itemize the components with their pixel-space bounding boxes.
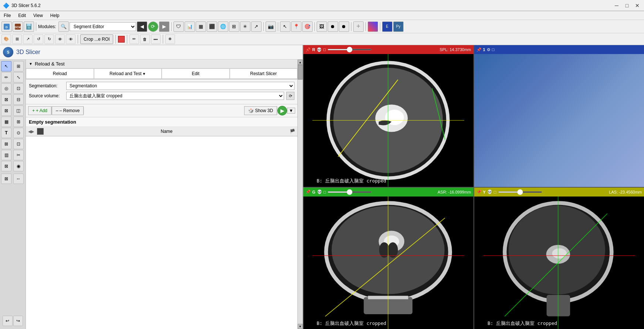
add-segment-button[interactable]: + + Add [28, 106, 51, 115]
tb-ext[interactable]: E [382, 21, 392, 32]
tb2-eye2[interactable]: 👁 [66, 34, 75, 44]
vp-g-pin[interactable]: 📌 [306, 189, 311, 194]
tool-grid5[interactable]: ▦ [1, 117, 11, 127]
tb-target[interactable]: 🎯 [302, 21, 313, 32]
scroll-track[interactable] [298, 65, 303, 324]
tool-grid8[interactable]: ⊡ [13, 139, 24, 149]
tb-cursor[interactable]: ↖ [280, 21, 290, 32]
tb2-freeze[interactable]: ❄ [165, 34, 175, 44]
tool-draw[interactable]: ✏ [1, 72, 11, 83]
vp-g-slider[interactable] [327, 191, 372, 193]
reload-and-test-button[interactable]: Reload and Test ▼ [94, 68, 162, 79]
tb-camera[interactable]: 📷 [266, 21, 276, 32]
tb2-grid[interactable]: ⊞ [12, 34, 22, 44]
tb-arrow[interactable]: ↗ [251, 21, 262, 32]
tb2-share[interactable]: ↗ [23, 34, 33, 44]
viewport-g-scan[interactable]: B: 丘脑出血破入脑室 cropped [303, 197, 473, 329]
edit-button[interactable]: Edit [162, 68, 230, 79]
save-button[interactable]: S [24, 21, 34, 32]
dcm-button[interactable]: DCM [13, 21, 23, 32]
nav-home-button[interactable]: ⟳ [148, 21, 158, 32]
tool-grid9[interactable]: ▥ [1, 150, 11, 160]
menu-file[interactable]: File [2, 12, 12, 19]
tb-cube[interactable]: ⬛ [207, 21, 217, 32]
tb-shield[interactable]: 🛡 [173, 21, 184, 32]
tool-circle2[interactable]: ◉ [13, 161, 24, 171]
tb-rec2[interactable]: ⏺ [339, 21, 349, 32]
vp-r-slider[interactable] [327, 49, 372, 50]
vp-y-window[interactable]: □ [494, 190, 496, 194]
tb-plus[interactable]: + [353, 21, 364, 32]
close-button[interactable]: ✕ [634, 2, 641, 9]
search-module-button[interactable]: 🔍 [58, 21, 69, 32]
menu-view[interactable]: View [32, 12, 44, 19]
tb2-colors[interactable]: 🎨 [1, 34, 11, 44]
tb-chart[interactable]: 📊 [185, 21, 195, 32]
menu-help[interactable]: Help [49, 12, 61, 19]
vp-1-window[interactable]: □ [492, 47, 495, 52]
reload-test-header[interactable]: ▼ Reload & Test [26, 60, 297, 68]
show3d-button[interactable]: 🎲 Show 3D [244, 106, 277, 115]
vp-r-window[interactable]: □ [323, 47, 326, 52]
navigate-button[interactable]: ▶ [277, 106, 287, 115]
menu-edit[interactable]: Edit [17, 12, 27, 19]
tool-minus[interactable]: ⊟ [13, 94, 24, 105]
panel-scrollbar[interactable]: ▲ ▼ [297, 60, 303, 329]
reload-button[interactable]: Reload [26, 68, 94, 79]
segmentation-select[interactable]: Segmentation [66, 82, 294, 90]
nav-forward-button[interactable]: ▶ [159, 21, 169, 32]
tb-star[interactable]: ✳ [240, 21, 250, 32]
scroll-up[interactable]: ▲ [298, 60, 303, 65]
tool-scissors[interactable]: ✂ [13, 150, 24, 160]
tb-rec1[interactable]: ⏺ [328, 21, 338, 32]
restart-slicer-button[interactable]: Restart Slicer [230, 68, 298, 79]
redo-button[interactable]: ↪ [13, 316, 23, 326]
viewport-1-content[interactable] [474, 54, 644, 187]
tool-swap[interactable]: ↔ [13, 174, 24, 184]
tb2-more[interactable]: ••• [151, 34, 161, 44]
crop-roi-button[interactable]: Crop ...e ROI [80, 34, 113, 44]
tb-py[interactable]: Py [393, 21, 404, 32]
tool-select[interactable]: ↖ [1, 61, 11, 71]
tb-color[interactable] [368, 21, 378, 32]
tb-sphere[interactable]: 🌐 [218, 21, 228, 32]
undo-button[interactable]: ↩ [3, 316, 13, 326]
vp-1-pin[interactable]: 📌 [476, 47, 482, 52]
nav-back-button[interactable]: ◀ [137, 21, 147, 32]
tb-mesh[interactable]: ⊞ [229, 21, 239, 32]
minimize-button[interactable]: ─ [613, 2, 620, 9]
tb-pin[interactable]: 📍 [291, 21, 301, 32]
tb2-paint[interactable]: ✏ [129, 34, 139, 44]
show3d-dropdown[interactable]: ▼ [287, 108, 295, 114]
tool-grid11[interactable]: ⊠ [1, 174, 11, 184]
source-volume-select[interactable]: 丘脑出血破入脑室 cropped [66, 92, 284, 100]
data-button[interactable]: D [1, 21, 12, 32]
source-volume-refresh[interactable]: ⟳ [286, 92, 294, 100]
vp-y-pin[interactable]: 📌 [476, 189, 482, 194]
tool-zoom[interactable]: ⤡ [13, 72, 24, 83]
scroll-thumb[interactable] [298, 65, 303, 80]
tb-screenshot[interactable]: 🖼 [317, 21, 327, 32]
tb2-redo2[interactable]: ↻ [44, 34, 54, 44]
tool-split[interactable]: ◫ [13, 105, 24, 116]
tool-grid10[interactable]: ⊠ [1, 161, 11, 171]
remove-segment-button[interactable]: – – Remove [52, 106, 84, 115]
viewport-r-scan[interactable]: B: 丘脑出血破入脑室 cropped [303, 54, 473, 187]
tb2-undo2[interactable]: ↺ [34, 34, 43, 44]
scroll-down[interactable]: ▼ [298, 324, 303, 329]
tb2-trash[interactable]: 🗑 [140, 34, 150, 44]
vp-g-window[interactable]: □ [324, 190, 326, 194]
tb-table[interactable]: ▦ [196, 21, 206, 32]
vp-y-slider[interactable] [498, 191, 542, 193]
tool-grid7[interactable]: ⊠ [1, 139, 11, 149]
vp-r-pin[interactable]: 📌 [306, 47, 311, 52]
tool-grid6[interactable]: ⊞ [13, 117, 24, 127]
tb2-view[interactable]: 👁 [55, 34, 65, 44]
viewport-y-scan[interactable]: B: 丘脑出血破入脑室 cropped [474, 197, 644, 329]
tool-pan[interactable]: ⊞ [13, 61, 24, 71]
module-selector[interactable]: Segment Editor [70, 22, 136, 31]
tool-text[interactable]: T [1, 128, 11, 138]
tool-circle[interactable]: ◎ [1, 83, 11, 94]
tool-grid2[interactable]: ⊡ [13, 83, 24, 94]
maximize-button[interactable]: □ [623, 2, 631, 9]
